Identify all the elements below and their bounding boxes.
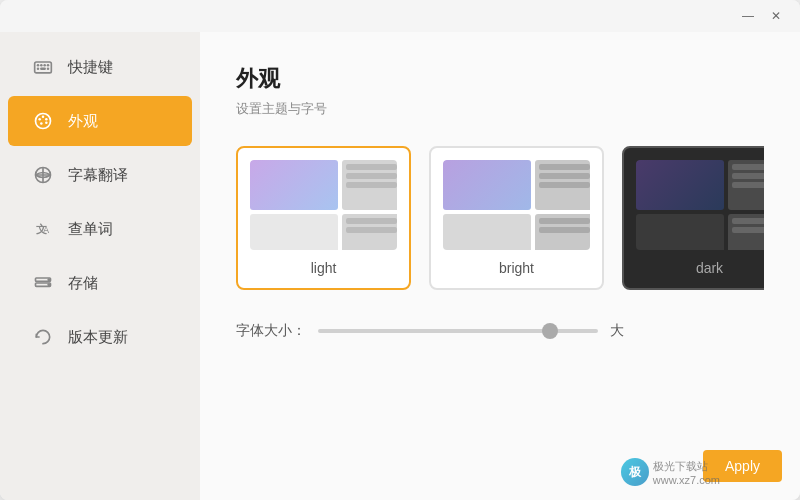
sidebar: 快捷键 外观 [0,32,200,500]
svg-point-10 [42,116,45,119]
preview-bar [732,173,764,179]
svg-point-21 [48,279,49,280]
theme-name-bright: bright [443,260,590,276]
theme-grid: light [236,146,764,290]
sidebar-label-appearance: 外观 [68,112,98,131]
theme-preview-bright [443,160,590,250]
preview-gradient-dark [636,160,724,210]
svg-point-11 [45,118,48,121]
sidebar-item-shortcuts[interactable]: 快捷键 [8,42,192,92]
preview-side-top-light [342,160,397,210]
titlebar: — ✕ [0,0,800,32]
palette-icon [32,110,54,132]
sidebar-label-shortcuts: 快捷键 [68,58,113,77]
preview-bar [732,218,764,224]
sidebar-item-appearance[interactable]: 外观 [8,96,192,146]
sidebar-item-dictionary[interactable]: 文 A 查单词 [8,204,192,254]
preview-side-bottom-light [342,214,397,251]
sidebar-label-dictionary: 查单词 [68,220,113,239]
watermark: 极 极光下载站 www.xz7.com [621,458,720,486]
translate-icon [32,164,54,186]
storage-icon [32,272,54,294]
preview-main-bottom-dark [636,214,724,251]
preview-bar [539,164,590,170]
preview-bar [346,173,397,179]
content-area: 外观 设置主题与字号 [200,32,800,500]
preview-bar [539,218,590,224]
preview-bar [732,164,764,170]
update-icon [32,326,54,348]
svg-point-22 [48,284,49,285]
app-window: — ✕ 快捷键 [0,0,800,500]
sidebar-label-subtitle: 字幕翻译 [68,166,128,185]
keyboard-icon [32,56,54,78]
sidebar-item-storage[interactable]: 存储 [8,258,192,308]
preview-main-bottom-light [250,214,338,251]
theme-preview-light [250,160,397,250]
main-area: 快捷键 外观 [0,32,800,500]
font-size-row: 字体大小： 大 [236,322,764,340]
slider-container [318,329,598,333]
minimize-button[interactable]: — [736,4,760,28]
sidebar-item-update[interactable]: 版本更新 [8,312,192,362]
svg-point-13 [40,122,43,125]
preview-gradient-light [250,160,338,210]
watermark-text: 极光下载站 www.xz7.com [653,459,720,486]
dictionary-icon: 文 A [32,218,54,240]
svg-point-9 [38,118,41,121]
theme-preview-dark [636,160,764,250]
sidebar-item-subtitle[interactable]: 字幕翻译 [8,150,192,200]
svg-text:A: A [43,225,50,235]
preview-main-bottom-bright [443,214,531,251]
theme-card-light[interactable]: light [236,146,411,290]
preview-side-bottom-bright [535,214,590,251]
close-button[interactable]: ✕ [764,4,788,28]
preview-bar [732,182,764,188]
preview-side-top-dark [728,160,764,210]
preview-bar [346,227,397,233]
font-size-slider[interactable] [318,329,598,333]
page-title: 外观 [236,64,764,94]
preview-bar [539,173,590,179]
preview-bar [346,218,397,224]
preview-bar [346,164,397,170]
preview-gradient-bright [443,160,531,210]
sidebar-label-update: 版本更新 [68,328,128,347]
watermark-icon: 极 [621,458,649,486]
svg-point-12 [45,121,48,124]
preview-side-top-bright [535,160,590,210]
sidebar-label-storage: 存储 [68,274,98,293]
theme-card-dark[interactable]: dark [622,146,764,290]
preview-bar [539,182,590,188]
preview-bar [732,227,764,233]
theme-card-bright[interactable]: bright [429,146,604,290]
font-size-max-label: 大 [610,322,624,340]
theme-name-dark: dark [636,260,764,276]
preview-bar [539,227,590,233]
font-size-label: 字体大小： [236,322,306,340]
theme-name-light: light [250,260,397,276]
preview-side-bottom-dark [728,214,764,251]
preview-bar [346,182,397,188]
page-subtitle: 设置主题与字号 [236,100,764,118]
